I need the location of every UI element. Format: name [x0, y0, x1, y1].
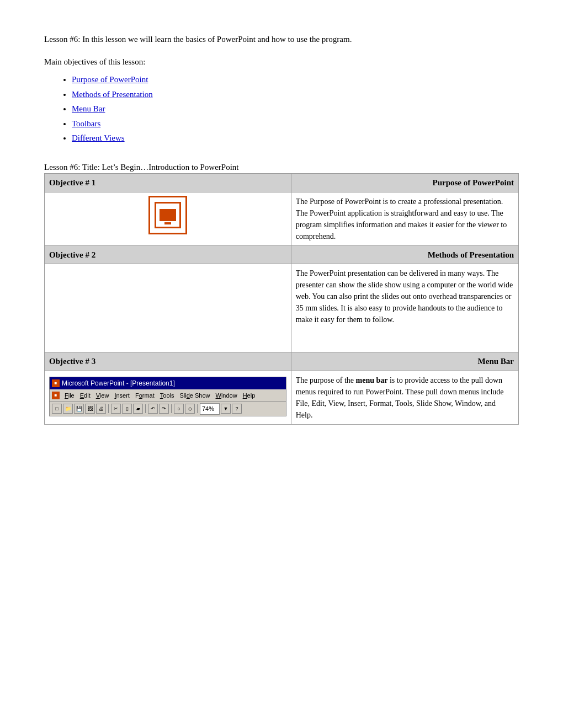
list-item: Different Views: [72, 132, 519, 144]
obj3-left-content: ■ Microsoft PowerPoint - [Presentation1]…: [45, 371, 291, 424]
obj3-left-header: Objective # 3: [45, 352, 291, 371]
table-row-1-content: The Purpose of PowerPoint is to create a…: [45, 192, 519, 245]
intro-paragraph: Lesson #6: In this lesson we will learn …: [44, 33, 519, 46]
toolbar-separator-2: [145, 404, 146, 413]
powerpoint-icon: [148, 196, 187, 234]
toolbar-save: 💾: [74, 404, 84, 414]
menu-bar-bold: menu bar: [356, 376, 388, 384]
list-item: Toolbars: [72, 117, 519, 130]
menu-tools: Tools: [158, 390, 177, 401]
menubar-title-bar: ■ Microsoft PowerPoint - [Presentation1]: [50, 377, 286, 389]
toolbar-zoom-arrow: ▼: [221, 404, 231, 414]
menu-edit: Edit: [78, 390, 93, 401]
views-link[interactable]: Different Views: [72, 133, 125, 142]
menubar-toolbar-row: □ 📁 💾 🖼 🖨 ✂ ▯ ▰ ↶ ↷ ○ ◇ 74%: [50, 402, 286, 416]
zoom-box: 74%: [200, 403, 220, 415]
menu-file: File: [62, 390, 77, 401]
methods-link[interactable]: Methods of Presentation: [72, 90, 153, 99]
menubar-title-text: Microsoft PowerPoint - [Presentation1]: [62, 378, 175, 388]
table-row-1-header: Objective # 1 Purpose of PowerPoint: [45, 174, 519, 192]
obj1-right-content: The Purpose of PowerPoint is to create a…: [291, 192, 518, 245]
toolbars-link[interactable]: Toolbars: [72, 119, 100, 128]
menu-window: Window: [214, 390, 240, 401]
toolbar-separator-1: [108, 404, 109, 413]
obj2-left-content: [45, 264, 291, 352]
menu-bar-desc-prefix: The purpose of the: [296, 376, 356, 384]
obj2-left-header: Objective # 2: [45, 245, 291, 264]
toolbar-extra2: ◇: [185, 404, 195, 414]
table-row-3-header: Objective # 3 Menu Bar: [45, 352, 519, 371]
obj3-right-header: Menu Bar: [291, 352, 518, 371]
toolbar-open: 📁: [63, 404, 73, 414]
obj2-right-header: Methods of Presentation: [291, 245, 518, 264]
list-item: Methods of Presentation: [72, 88, 519, 101]
toolbar-separator-4: [197, 404, 198, 413]
menubar-screenshot: ■ Microsoft PowerPoint - [Presentation1]…: [49, 377, 286, 416]
toolbar-new: □: [52, 404, 62, 414]
toolbar-cut: ✂: [111, 404, 121, 414]
obj3-right-content: The purpose of the menu bar is to provid…: [291, 371, 518, 424]
toolbar-help: ?: [232, 404, 242, 414]
menu-help: Help: [241, 390, 258, 401]
toolbar-separator-3: [171, 404, 172, 413]
menu-format: Format: [133, 390, 157, 401]
ppt-icon-screen: [160, 209, 176, 221]
purpose-link[interactable]: Purpose of PowerPoint: [72, 75, 148, 84]
menu-app-icon: ■: [52, 392, 60, 399]
obj2-right-content: The PowerPoint presentation can be deliv…: [291, 264, 518, 352]
objectives-title: Main objectives of this lesson:: [44, 56, 519, 68]
obj1-left-content: [45, 192, 291, 245]
toolbar-extra1: ○: [174, 404, 184, 414]
menubar-menu-row: ■ File Edit View Insert Format Tools Sli…: [50, 389, 286, 402]
content-table: Objective # 1 Purpose of PowerPoint The …: [44, 173, 519, 425]
obj1-right-header: Purpose of PowerPoint: [291, 174, 518, 192]
ppt-icon-inner: [155, 202, 181, 228]
menu-view: View: [94, 390, 111, 401]
table-row-3-content: ■ Microsoft PowerPoint - [Presentation1]…: [45, 371, 519, 424]
toolbar-redo: ↷: [159, 404, 169, 414]
toolbar-undo: ↶: [148, 404, 158, 414]
ppt-title-icon: ■: [52, 379, 60, 387]
toolbar-paste: ▰: [133, 404, 143, 414]
menu-insert: Insert: [112, 390, 132, 401]
objectives-list: Purpose of PowerPoint Methods of Present…: [72, 73, 519, 144]
obj1-left-header: Objective # 1: [45, 174, 291, 192]
toolbar-print: 🖨: [96, 404, 106, 414]
table-row-2-content: The PowerPoint presentation can be deliv…: [45, 264, 519, 352]
toolbar-copy: ▯: [122, 404, 132, 414]
lesson-section-title: Lesson #6: Title: Let’s Begin…Introducti…: [44, 161, 519, 174]
toolbar-fax: 🖼: [85, 404, 95, 414]
menu-slideshow: Slide Show: [177, 390, 212, 401]
table-row-2-header: Objective # 2 Methods of Presentation: [45, 245, 519, 264]
list-item: Menu Bar: [72, 103, 519, 115]
menubar-link[interactable]: Menu Bar: [72, 104, 105, 113]
list-item: Purpose of PowerPoint: [72, 73, 519, 86]
